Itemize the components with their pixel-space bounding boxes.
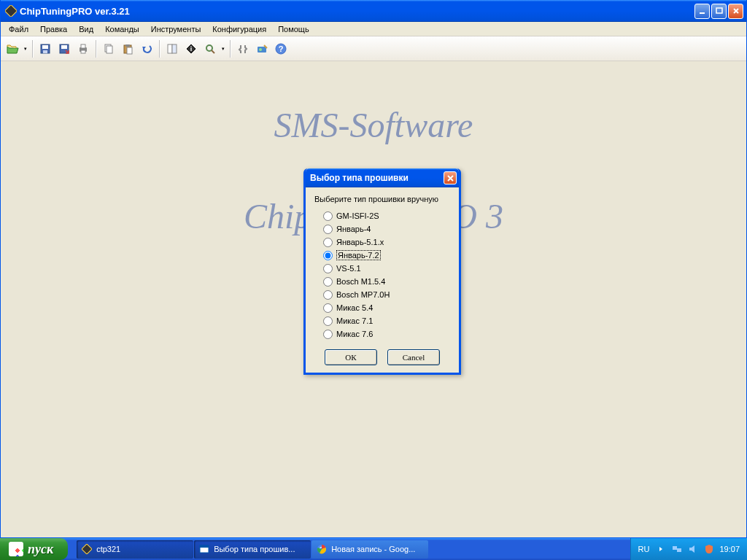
window-icon <box>198 543 210 555</box>
radio-option[interactable]: Bosch M1.5.4 <box>323 275 450 288</box>
menu-commands[interactable]: Команды <box>100 24 144 34</box>
ctp-icon <box>81 543 93 555</box>
info-button[interactable]: i <box>182 40 200 58</box>
radio-option[interactable]: Bosch MP7.0H <box>323 288 450 301</box>
radio-label: Январь-5.1.x <box>336 238 384 246</box>
svg-rect-4 <box>42 45 48 49</box>
radio-option[interactable]: Январь-7.2 <box>323 249 450 262</box>
dialog-title: Выбор типа прошивки <box>310 173 409 183</box>
open-dropdown[interactable]: ▾ <box>23 40 28 58</box>
task-item-chrome[interactable]: Новая запись - Goog... <box>311 540 428 559</box>
task-item-dialog[interactable]: Выбор типа прошив... <box>194 540 311 559</box>
main-titlebar[interactable]: ChipTuningPRO ver.3.21 <box>1 0 746 22</box>
help-button[interactable]: ? <box>272 40 290 58</box>
radio-input[interactable] <box>323 303 333 313</box>
paste-button[interactable] <box>119 40 136 58</box>
task-items: ctp321 Выбор типа прошив... Новая запись… <box>77 540 428 559</box>
show-hidden-icon[interactable] <box>655 543 667 555</box>
security-icon[interactable] <box>703 543 715 555</box>
radio-label: Bosch MP7.0H <box>336 290 390 299</box>
menu-tools[interactable]: Инструменты <box>146 24 206 34</box>
radio-option[interactable]: Январь-5.1.x <box>323 236 450 249</box>
ok-button[interactable]: ОК <box>325 349 377 365</box>
radio-label: VS-5.1 <box>336 264 361 273</box>
svg-text:?: ? <box>279 44 284 53</box>
radio-label: Микас 7.6 <box>336 330 373 338</box>
radio-option[interactable]: Микас 7.1 <box>323 314 450 327</box>
svg-point-21 <box>259 48 262 51</box>
radio-label: Январь-7.2 <box>336 250 381 260</box>
toolbar: ▾ i ▾ ? <box>1 36 746 61</box>
chrome-icon <box>316 543 328 555</box>
print-button[interactable] <box>74 40 92 58</box>
volume-icon[interactable] <box>687 543 699 555</box>
menu-edit[interactable]: Правка <box>35 24 72 34</box>
save-as-button[interactable] <box>55 40 73 58</box>
open-button[interactable] <box>4 40 21 58</box>
clock[interactable]: 19:07 <box>719 545 740 553</box>
svg-rect-16 <box>168 44 172 53</box>
menu-view[interactable]: Вид <box>74 24 98 34</box>
radio-input[interactable] <box>323 225 333 234</box>
minimize-button[interactable] <box>694 4 710 19</box>
connect-button[interactable] <box>253 40 271 58</box>
radio-option[interactable]: Микас 7.6 <box>323 327 450 341</box>
menu-config[interactable]: Конфигурация <box>207 24 271 34</box>
radio-label: Январь-4 <box>336 225 371 233</box>
start-button[interactable]: пуск <box>0 538 68 560</box>
maximize-button[interactable] <box>711 4 727 19</box>
settings-button[interactable] <box>234 40 252 58</box>
search-dropdown[interactable]: ▾ <box>220 40 226 58</box>
svg-rect-2 <box>716 8 722 13</box>
dialog-close-button[interactable] <box>444 171 457 184</box>
radio-input[interactable] <box>323 264 333 273</box>
radio-option[interactable]: VS-5.1 <box>323 262 450 275</box>
radio-input[interactable] <box>323 251 333 260</box>
dialog-titlebar[interactable]: Выбор типа прошивки <box>306 168 459 187</box>
compare-button[interactable] <box>163 40 181 58</box>
save-button[interactable] <box>36 40 54 58</box>
radio-input[interactable] <box>323 277 333 287</box>
copy-button[interactable] <box>100 40 117 58</box>
svg-rect-15 <box>127 47 132 54</box>
svg-point-19 <box>206 45 212 51</box>
app-icon <box>5 5 17 17</box>
network-icon[interactable] <box>671 543 683 555</box>
svg-text:i: i <box>190 45 193 52</box>
svg-rect-24 <box>82 544 92 554</box>
svg-rect-30 <box>673 546 677 550</box>
svg-rect-9 <box>81 44 85 48</box>
systray: RU 19:07 <box>630 538 747 560</box>
radio-label: Микас 5.4 <box>336 303 373 312</box>
radio-input[interactable] <box>323 238 333 247</box>
window-title: ChipTuningPRO ver.3.21 <box>20 6 130 17</box>
radio-label: Микас 7.1 <box>336 316 373 325</box>
watermark-company: SMS-Software <box>1 105 746 145</box>
radio-group: GM-ISFI-2SЯнварь-4Январь-5.1.xЯнварь-7.2… <box>314 209 450 341</box>
svg-rect-26 <box>200 545 209 548</box>
radio-label: Bosch M1.5.4 <box>336 277 385 286</box>
menu-file[interactable]: Файл <box>4 24 34 34</box>
language-indicator[interactable]: RU <box>638 545 650 553</box>
svg-rect-12 <box>107 46 112 53</box>
svg-rect-31 <box>677 548 681 552</box>
radio-input[interactable] <box>323 211 333 221</box>
search-button[interactable] <box>201 40 219 58</box>
radio-input[interactable] <box>323 290 333 300</box>
menu-help[interactable]: Помощь <box>273 24 314 34</box>
menubar: Файл Правка Вид Команды Инструменты Конф… <box>1 22 746 36</box>
radio-input[interactable] <box>323 330 333 339</box>
svg-rect-17 <box>172 44 177 53</box>
radio-input[interactable] <box>323 316 333 326</box>
radio-option[interactable]: Микас 5.4 <box>323 301 450 314</box>
task-item-ctp321[interactable]: ctp321 <box>77 540 193 559</box>
radio-option[interactable]: GM-ISFI-2S <box>323 209 450 222</box>
close-button[interactable] <box>728 4 743 19</box>
radio-option[interactable]: Январь-4 <box>323 222 450 236</box>
undo-button[interactable] <box>138 40 155 58</box>
svg-rect-14 <box>125 44 130 47</box>
taskbar: пуск ctp321 Выбор типа прошив... Новая з… <box>0 538 747 560</box>
cancel-button[interactable]: Cancel <box>387 349 440 365</box>
firmware-type-dialog: Выбор типа прошивки Выберите тип прошивк… <box>303 168 461 375</box>
radio-label: GM-ISFI-2S <box>336 211 379 220</box>
